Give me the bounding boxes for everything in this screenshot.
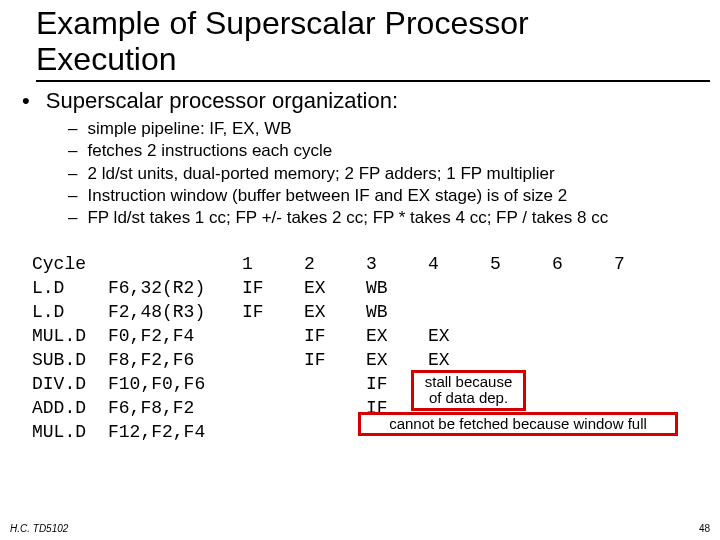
instr: DIV.D <box>32 374 108 394</box>
sub-bullet: FP ld/st takes 1 cc; FP +/- takes 2 cc; … <box>68 207 706 229</box>
col-head: 6 <box>552 254 614 274</box>
sub-bullet-text: fetches 2 instructions each cycle <box>87 141 332 160</box>
operands: F0,F2,F4 <box>108 326 242 346</box>
table-row: L.D F2,48(R3) IF EX WB <box>32 300 706 324</box>
instr: ADD.D <box>32 398 108 418</box>
instr: MUL.D <box>32 326 108 346</box>
header-label: Cycle <box>32 254 108 274</box>
col-head: 5 <box>490 254 552 274</box>
table-row: DIV.D F10,F0,F6 IF <box>32 372 706 396</box>
cell: IF <box>242 278 304 298</box>
sub-bullet-text: Instruction window (buffer between IF an… <box>87 186 567 205</box>
sub-bullet-list: simple pipeline: IF, EX, WB fetches 2 in… <box>68 118 706 230</box>
cell: EX <box>366 326 428 346</box>
title-line-2: Execution <box>36 41 177 77</box>
window-text: cannot be fetched because window full <box>389 415 647 432</box>
instr: SUB.D <box>32 350 108 370</box>
col-head: 7 <box>614 254 676 274</box>
slide-body: Superscalar processor organization: simp… <box>0 82 720 444</box>
instr: L.D <box>32 302 108 322</box>
cell: EX <box>428 350 490 370</box>
cell: IF <box>304 326 366 346</box>
slide-title: Example of Superscalar Processor Executi… <box>0 0 720 82</box>
sub-bullet: Instruction window (buffer between IF an… <box>68 185 706 207</box>
cell: EX <box>366 350 428 370</box>
col-head: 4 <box>428 254 490 274</box>
col-head: 3 <box>366 254 428 274</box>
window-full-annotation: cannot be fetched because window full <box>358 412 678 437</box>
operands: F8,F2,F6 <box>108 350 242 370</box>
table-row: L.D F6,32(R2) IF EX WB <box>32 276 706 300</box>
page-number: 48 <box>699 523 710 534</box>
cell: IF <box>304 350 366 370</box>
sub-bullet-text: FP ld/st takes 1 cc; FP +/- takes 2 cc; … <box>87 208 608 227</box>
cell: WB <box>366 302 428 322</box>
stall-line2: of data dep. <box>429 389 508 406</box>
main-bullet: Superscalar processor organization: <box>22 88 706 114</box>
instr: MUL.D <box>32 422 108 442</box>
operands: F6,F8,F2 <box>108 398 242 418</box>
operands: F10,F0,F6 <box>108 374 242 394</box>
operands: F6,32(R2) <box>108 278 242 298</box>
sub-bullet: 2 ld/st units, dual-ported memory; 2 FP … <box>68 163 706 185</box>
col-head: 1 <box>242 254 304 274</box>
stall-line1: stall because <box>425 373 513 390</box>
table-row: SUB.D F8,F2,F6 IF EX EX <box>32 348 706 372</box>
stall-annotation: stall because of data dep. <box>411 370 526 411</box>
table-row: MUL.D F0,F2,F4 IF EX EX <box>32 324 706 348</box>
footer-left: H.C. TD5102 <box>10 523 68 534</box>
sub-bullet-text: 2 ld/st units, dual-ported memory; 2 FP … <box>87 164 554 183</box>
sub-bullet: simple pipeline: IF, EX, WB <box>68 118 706 140</box>
execution-table: Cycle 1 2 3 4 5 6 7 L.D F6,32(R2) IF EX … <box>32 252 706 444</box>
sub-bullet-text: simple pipeline: IF, EX, WB <box>87 119 291 138</box>
instr: L.D <box>32 278 108 298</box>
operands: F12,F2,F4 <box>108 422 242 442</box>
cell: IF <box>242 302 304 322</box>
cell: WB <box>366 278 428 298</box>
cell: EX <box>304 278 366 298</box>
operands: F2,48(R3) <box>108 302 242 322</box>
cell: EX <box>304 302 366 322</box>
col-head: 2 <box>304 254 366 274</box>
cell: EX <box>428 326 490 346</box>
main-bullet-text: Superscalar processor organization: <box>46 88 398 113</box>
title-line-1: Example of Superscalar Processor <box>36 5 529 41</box>
sub-bullet: fetches 2 instructions each cycle <box>68 140 706 162</box>
table-header-row: Cycle 1 2 3 4 5 6 7 <box>32 252 706 276</box>
